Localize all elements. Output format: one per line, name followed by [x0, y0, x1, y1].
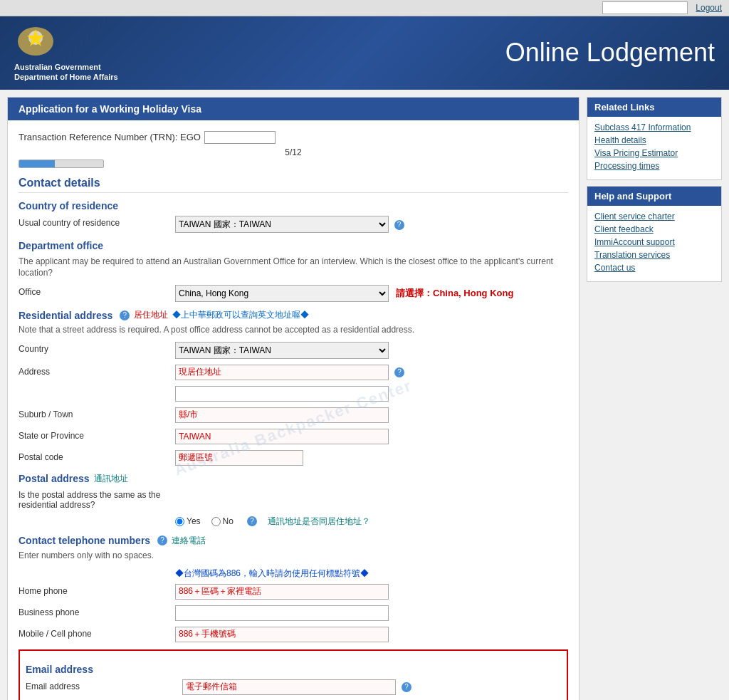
res-country-select[interactable]: TAIWAN 國家：TAIWAN	[175, 342, 389, 359]
state-input[interactable]	[175, 429, 389, 444]
suburb-label: Suburb / Town	[19, 407, 175, 419]
mobile-phone-label: Mobile / Cell phone	[19, 627, 175, 639]
postal-address-section: Postal address 通訊地址 Is the postal addres…	[19, 473, 568, 528]
sidebar-link-contact[interactable]: Contact us	[594, 263, 714, 273]
business-phone-input[interactable]	[175, 605, 389, 621]
mobile-phone-value	[175, 627, 568, 642]
postal-code-value	[175, 450, 568, 466]
home-phone-label: Home phone	[19, 584, 175, 596]
sidebar-link-immi-support[interactable]: ImmiAccount support	[594, 237, 714, 247]
usual-country-select[interactable]: TAIWAN 國家：TAIWAN	[175, 216, 389, 233]
auth-input[interactable]	[602, 1, 688, 14]
postal-same-row: Is the postal address the same as the re…	[19, 488, 568, 510]
res-address-field-help[interactable]: ?	[394, 367, 404, 377]
business-phone-label: Business phone	[19, 605, 175, 617]
dept-description: The applicant may be required to attend …	[19, 256, 568, 280]
mobile-phone-row: Mobile / Cell phone	[19, 627, 568, 642]
yes-radio[interactable]	[175, 517, 184, 526]
email-label: Email address	[26, 679, 182, 691]
business-phone-value	[175, 605, 568, 621]
related-links-content: Subclass 417 Information Health details …	[587, 117, 721, 179]
email-heading: Email address	[26, 664, 561, 675]
postal-code-input[interactable]	[175, 450, 303, 466]
help-support-box: Help and Support Client service charter …	[587, 186, 722, 282]
postal-same-label: Is the postal address the same as the re…	[19, 488, 175, 510]
related-links-header: Related Links	[587, 98, 721, 117]
progress-text: 5/12	[19, 147, 568, 157]
res-address-heading-row: Residential address ? 居住地址 ◆上中華郵政可以查詢英文地…	[19, 309, 568, 321]
phone-help[interactable]: ?	[157, 536, 167, 545]
phone-heading: Contact telephone numbers	[19, 535, 150, 546]
res-heading-annotation: 居住地址	[134, 309, 168, 321]
email-section: Email address Email address ?	[19, 649, 568, 700]
state-value	[175, 429, 568, 444]
res-address-value: ?	[175, 365, 568, 380]
logout-link[interactable]: Logout	[696, 3, 722, 13]
page-header: Australian Government Department of Home…	[0, 16, 729, 90]
trn-row: Transaction Reference Number (TRN): EGO	[19, 131, 568, 144]
phone-heading-annotation: 連絡電話	[172, 535, 206, 547]
res-address2-input[interactable]	[175, 386, 389, 402]
help-support-header: Help and Support	[587, 187, 721, 206]
sidebar-link-health[interactable]: Health details	[594, 135, 714, 145]
res-country-label: Country	[19, 342, 175, 354]
postal-address-heading: Postal address	[19, 473, 90, 484]
res-address-help[interactable]: ?	[120, 310, 130, 320]
home-phone-value	[175, 584, 568, 600]
office-select[interactable]: China, Hong Kong	[175, 285, 389, 302]
suburb-value	[175, 407, 568, 423]
res-address2-label	[19, 386, 175, 388]
office-annotation: 請選擇：China, Hong Kong	[396, 287, 513, 300]
phone-note-annotation: ◆台灣國碼為886，輸入時請勿使用任何標點符號◆	[175, 568, 568, 580]
phone-note: Enter numbers only with no spaces.	[19, 550, 568, 562]
res-address-note: Note that a street address is required. …	[19, 324, 568, 336]
postal-radio-help[interactable]: ?	[247, 516, 257, 526]
progress-container: 5/12	[19, 147, 568, 168]
gov-name-line2: Department of Home Affairs	[14, 72, 118, 82]
progress-bar	[19, 160, 104, 168]
trn-input[interactable]	[204, 131, 276, 144]
sidebar-link-client-feedback[interactable]: Client feedback	[594, 224, 714, 234]
sidebar-link-service-charter[interactable]: Client service charter	[594, 211, 714, 221]
no-radio[interactable]	[211, 517, 221, 526]
country-residence-heading: Country of residence	[19, 200, 568, 211]
res-address-label: Address	[19, 365, 175, 377]
usual-country-label: Usual country of residence	[19, 216, 175, 228]
email-value: ?	[182, 679, 561, 695]
res-address-heading: Residential address	[19, 310, 112, 321]
mobile-phone-input[interactable]	[175, 627, 389, 642]
sidebar-link-translation[interactable]: Translation services	[594, 250, 714, 260]
content-area: Application for a Working Holiday Visa A…	[7, 97, 579, 700]
usual-country-row: Usual country of residence TAIWAN 國家：TAI…	[19, 216, 568, 233]
postal-code-label: Postal code	[19, 450, 175, 462]
postal-heading-row: Postal address 通訊地址	[19, 473, 568, 485]
related-links-box: Related Links Subclass 417 Information H…	[587, 97, 722, 180]
email-input[interactable]	[182, 679, 396, 695]
res-address-input[interactable]	[175, 365, 389, 380]
suburb-row: Suburb / Town	[19, 407, 568, 423]
office-label: Office	[19, 285, 175, 297]
sidebar-link-pricing[interactable]: Visa Pricing Estimator	[594, 148, 714, 158]
postal-radio-row: Yes No ? 通訊地址是否同居住地址？	[175, 516, 568, 528]
sidebar-link-subclass417[interactable]: Subclass 417 Information	[594, 122, 714, 132]
home-phone-input[interactable]	[175, 584, 389, 600]
crest-icon	[14, 23, 57, 59]
page-title: Online Lodgement	[505, 38, 715, 68]
sidebar-link-processing[interactable]: Processing times	[594, 161, 714, 171]
progress-bar-fill	[19, 160, 55, 167]
no-radio-label[interactable]: No	[211, 516, 234, 526]
office-value: China, Hong Kong 請選擇：China, Hong Kong	[175, 285, 568, 302]
usual-country-value: TAIWAN 國家：TAIWAN ?	[175, 216, 568, 233]
postal-code-row: Postal code	[19, 450, 568, 466]
res-country-value: TAIWAN 國家：TAIWAN	[175, 342, 568, 359]
usual-country-help[interactable]: ?	[394, 220, 404, 230]
phone-section: Contact telephone numbers ? 連絡電話 Enter n…	[19, 535, 568, 642]
state-label: State or Province	[19, 429, 175, 441]
help-support-content: Client service charter Client feedback I…	[587, 206, 721, 281]
email-help[interactable]: ?	[402, 682, 411, 692]
gov-logo: Australian Government Department of Home…	[14, 23, 118, 83]
res-address2-value	[175, 386, 568, 402]
yes-radio-label[interactable]: Yes	[175, 516, 201, 526]
app-title: Application for a Working Holiday Visa	[8, 98, 579, 120]
suburb-input[interactable]	[175, 407, 389, 423]
